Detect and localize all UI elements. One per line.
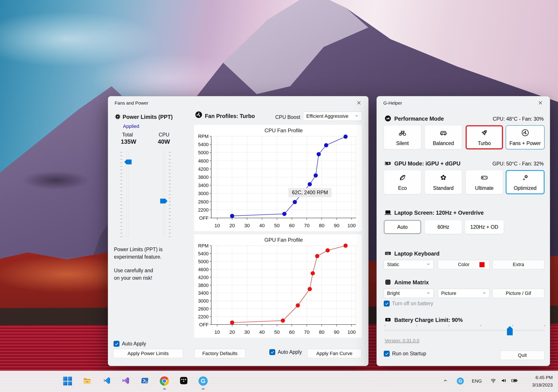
chevron-up-icon — [443, 378, 448, 384]
apply-fan-curve-button[interactable]: Apply Fan Curve — [307, 349, 362, 358]
battery-charge-icon — [384, 316, 392, 324]
svg-text:5000: 5000 — [198, 259, 209, 264]
file-explorer-icon — [83, 376, 92, 386]
chevron-down-icon — [427, 291, 430, 296]
wifi-icon — [490, 377, 497, 385]
mode-turbo-button-selected[interactable]: Turbo — [466, 125, 503, 150]
cpu-boost-label: CPU Boost — [275, 114, 300, 120]
battery-tray-button[interactable] — [510, 376, 519, 386]
svg-text:10: 10 — [215, 329, 220, 335]
battery-charge-slider[interactable] — [385, 330, 544, 331]
cpu-fan-curve-plot[interactable]: CPU Fan ProfileRPMOFF2200260030003400380… — [194, 125, 362, 232]
svg-text:100: 100 — [348, 329, 356, 335]
battery-charging-icon — [511, 377, 518, 385]
close-button[interactable] — [352, 99, 365, 108]
keyboard-extra-button[interactable]: Extra — [492, 260, 544, 269]
visual-studio-icon — [122, 376, 131, 386]
anime-mode-select[interactable]: Picture — [438, 289, 489, 298]
picture-gif-button[interactable]: Picture / Gif — [492, 289, 544, 298]
ghelper-titlebar[interactable]: G-Helper — [377, 96, 550, 110]
cpu-slider-label: CPU — [159, 132, 169, 138]
gpu-fan-curve-plot[interactable]: GPU Fan ProfileRPMOFF2200260030003400380… — [194, 234, 362, 339]
battery-charge-slider-thumb[interactable] — [507, 326, 513, 335]
close-button[interactable] — [534, 99, 547, 108]
rocket-icon — [480, 129, 488, 138]
tidal-button[interactable] — [178, 376, 189, 386]
fan-curve-tooltip: 62C, 2400 RPM — [288, 188, 331, 197]
total-slider-ticks — [120, 152, 122, 238]
svg-text:5400: 5400 — [198, 251, 209, 256]
screen-60hz-button[interactable]: 60Hz — [425, 220, 462, 234]
svg-text:30: 30 — [244, 329, 250, 335]
language-indicator[interactable]: ENG — [471, 376, 483, 386]
cpu-fan-chart[interactable]: CPU Fan ProfileRPMOFF2200260030003400380… — [194, 125, 362, 231]
g-helper-icon: G — [199, 376, 208, 386]
svg-text:20: 20 — [229, 329, 235, 335]
volume-tray-button[interactable] — [499, 376, 509, 386]
cpu-boost-select[interactable]: Efficient Aggressive — [303, 112, 362, 121]
tray-time: 6:45 PM — [532, 374, 553, 381]
laptop-keyboard-heading: Laptop Keyboard — [394, 250, 440, 257]
laptop-screen-heading: Laptop Screen: 120Hz + Overdrive — [394, 210, 484, 216]
powershell-button[interactable] — [140, 376, 150, 386]
mode-balanced-button[interactable]: Balanced — [425, 125, 462, 150]
running-indicator — [163, 388, 166, 390]
chrome-button[interactable] — [159, 376, 170, 386]
start-button[interactable] — [62, 376, 73, 386]
gpu-fan-chart[interactable]: GPU Fan ProfileRPMOFF2200260030003400380… — [194, 234, 362, 338]
cpu-temp-fan-status: CPU: 48°C - Fan: 30% — [493, 116, 544, 122]
svg-text:4200: 4200 — [198, 167, 209, 172]
quit-button[interactable]: Quit — [500, 351, 545, 360]
dot-matrix-icon — [384, 278, 392, 286]
cpu-power-slider[interactable] — [163, 151, 165, 237]
chevron-down-icon — [482, 291, 486, 296]
g-helper-tray-icon: G — [457, 377, 464, 384]
keyboard-color-button[interactable]: Color — [438, 260, 489, 269]
anime-brightness-select[interactable]: Bright — [384, 289, 434, 298]
gpu-mode-heading: GPU Mode: iGPU + dGPU — [394, 160, 461, 167]
close-icon — [356, 100, 362, 107]
turn-off-on-battery-checkbox[interactable]: Turn off on battery — [384, 300, 433, 307]
vs-code-button[interactable] — [101, 376, 112, 386]
clock[interactable]: 6:45 PM 3/18/2023 — [532, 374, 553, 389]
svg-text:90: 90 — [334, 329, 339, 335]
svg-text:70: 70 — [304, 223, 310, 228]
mode-fans-power-button[interactable]: Fans + Power — [506, 125, 545, 150]
svg-text:100: 100 — [348, 223, 356, 228]
total-power-slider-thumb[interactable] — [124, 159, 131, 164]
file-explorer-button[interactable] — [82, 376, 92, 386]
window-title: Fans and Power — [115, 96, 148, 110]
tray-show-hidden-button[interactable] — [441, 376, 450, 386]
cpu-power-slider-thumb[interactable] — [160, 199, 167, 203]
screen-auto-button-selected[interactable]: Auto — [384, 220, 421, 234]
g-helper-tray-button[interactable]: G — [455, 376, 466, 386]
gamepad-icon — [480, 173, 488, 183]
visual-studio-button[interactable] — [121, 376, 131, 386]
wifi-tray-button[interactable] — [488, 376, 498, 386]
svg-text:RPM: RPM — [198, 243, 209, 249]
gpu-temp-fan-status: GPU: 50°C - Fan: 32% — [492, 161, 544, 167]
fan-icon — [521, 129, 529, 138]
cpu-slider-ticks — [169, 152, 171, 238]
fans-window-titlebar[interactable]: Fans and Power — [108, 96, 368, 110]
run-on-startup-checkbox[interactable]: Run on Startup — [384, 351, 426, 357]
fan-auto-apply-checkbox[interactable]: Auto Apply — [269, 349, 302, 355]
tray-date: 3/18/2023 — [532, 381, 553, 389]
chrome-icon — [160, 376, 169, 386]
gpu-optimized-button-selected[interactable]: Optimized — [506, 170, 545, 194]
svg-text:3400: 3400 — [198, 183, 209, 188]
keyboard-mode-select[interactable]: Static — [384, 260, 434, 269]
gpu-standard-button[interactable]: Standard — [425, 170, 462, 194]
version-link[interactable]: Version: 0.31.0.0 — [385, 338, 419, 343]
mode-silent-button[interactable]: Silent — [384, 125, 421, 150]
window-title: G-Helper — [383, 96, 402, 110]
g-helper-button[interactable]: G — [198, 376, 208, 386]
experimental-note: Power Limits (PPT) is experimental featu… — [114, 246, 163, 261]
screen-120hz-od-button[interactable]: 120Hz + OD — [465, 220, 504, 234]
gpu-ultimate-button[interactable]: Ultimate — [466, 170, 503, 194]
gpu-eco-button[interactable]: Eco — [384, 170, 421, 194]
power-limits-heading: Power Limits (PPT) — [122, 114, 173, 120]
factory-defaults-button[interactable]: Factory Defaults — [194, 349, 245, 358]
power-auto-apply-checkbox[interactable]: Auto Apply — [113, 341, 146, 347]
apply-power-limits-button[interactable]: Apply Power Limits — [113, 349, 183, 358]
